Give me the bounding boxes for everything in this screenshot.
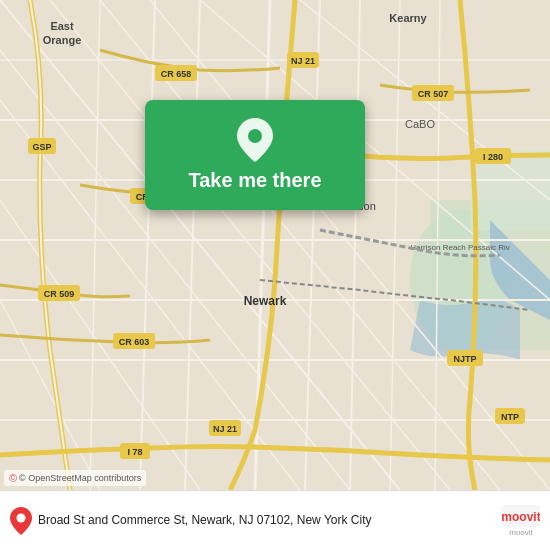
svg-text:moovit: moovit — [502, 510, 540, 524]
moovit-subtext: moovit — [509, 528, 533, 537]
map-svg: CR 658 NJ 21 CR 507 GSP CR 508 I 280 CR … — [0, 0, 550, 490]
bottom-bar: Broad St and Commerce St, Newark, NJ 071… — [0, 490, 550, 550]
moovit-pin-icon — [10, 507, 32, 535]
osm-attribution-overlay: © © OpenStreetMap contributors — [4, 470, 146, 486]
svg-text:GSP: GSP — [32, 142, 51, 152]
svg-text:NJ 21: NJ 21 — [291, 56, 315, 66]
svg-text:CR 658: CR 658 — [161, 69, 192, 79]
svg-text:Orange: Orange — [43, 34, 82, 46]
svg-text:CR 507: CR 507 — [418, 89, 449, 99]
svg-text:CaBO: CaBO — [405, 118, 435, 130]
address-text: Broad St and Commerce St, Newark, NJ 071… — [38, 513, 494, 529]
moovit-logo-icon: moovit — [502, 505, 540, 527]
map-container: CR 658 NJ 21 CR 507 GSP CR 508 I 280 CR … — [0, 0, 550, 490]
svg-text:NJTP: NJTP — [453, 354, 476, 364]
svg-text:East: East — [50, 20, 74, 32]
osm-attribution-text: © OpenStreetMap contributors — [19, 473, 141, 483]
take-me-there-card[interactable]: Take me there — [145, 100, 365, 210]
svg-text:Newark: Newark — [244, 294, 287, 308]
take-me-there-button[interactable]: Take me there — [188, 168, 321, 192]
svg-text:CR 603: CR 603 — [119, 337, 150, 347]
svg-point-60 — [248, 129, 262, 143]
svg-text:NJ 21: NJ 21 — [213, 424, 237, 434]
svg-text:I 280: I 280 — [483, 152, 503, 162]
location-pin-icon — [237, 118, 273, 162]
svg-point-61 — [17, 513, 26, 522]
osm-copyright-icon: © — [9, 472, 17, 484]
svg-text:I 78: I 78 — [127, 447, 142, 457]
moovit-branding: moovit moovit — [502, 505, 540, 537]
button-overlay: Take me there — [145, 100, 365, 210]
svg-text:CR 509: CR 509 — [44, 289, 75, 299]
svg-text:Kearny: Kearny — [389, 12, 427, 24]
svg-text:Harrison Reach Passaic Riv: Harrison Reach Passaic Riv — [410, 243, 510, 252]
svg-text:NTP: NTP — [501, 412, 519, 422]
